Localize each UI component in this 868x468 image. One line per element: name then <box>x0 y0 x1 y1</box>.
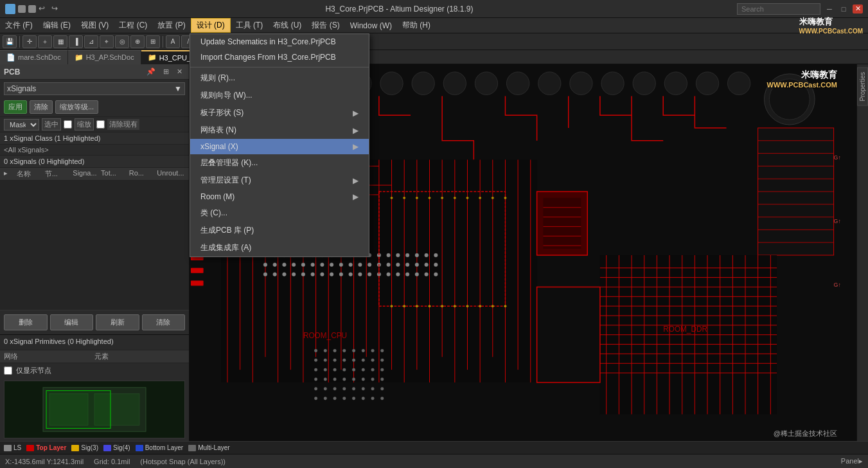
menu-edit[interactable]: 编辑 (E) <box>38 18 76 33</box>
svg-point-119 <box>396 273 400 276</box>
svg-point-165 <box>391 305 393 307</box>
menu-route[interactable]: 布线 (U) <box>268 18 306 33</box>
svg-point-85 <box>434 253 438 257</box>
svg-point-155 <box>391 197 393 199</box>
svg-point-205 <box>380 359 384 362</box>
svg-point-219 <box>362 378 365 381</box>
dm-manage-layers[interactable]: 管理层设置 (T) ▶ <box>190 172 369 189</box>
menu-view[interactable]: 视图 (V) <box>76 18 114 33</box>
minimize-button[interactable]: ─ <box>824 4 835 14</box>
svg-point-94 <box>339 263 343 267</box>
svg-point-21 <box>664 72 687 95</box>
tb-route[interactable]: ⊿ <box>84 35 98 48</box>
menu-place[interactable]: 放置 (P) <box>152 18 190 33</box>
svg-point-107 <box>282 273 286 276</box>
sidebar-close[interactable]: ✕ <box>174 67 185 76</box>
status-panel[interactable]: Panel▸ <box>841 457 863 465</box>
svg-rect-185 <box>191 268 204 273</box>
layer-top[interactable]: Top Layer <box>26 444 66 451</box>
design-menu-dropdown: Update Schematics in H3_Core.PrjPCB Impo… <box>190 33 369 257</box>
xsignal-arrow: ▶ <box>353 142 359 151</box>
dm-import-changes[interactable]: Import Changes From H3_Core.PrjPCB <box>190 50 369 68</box>
dm-class[interactable]: 类 (C)... <box>190 204 369 222</box>
clear-button[interactable]: 清除 <box>30 100 53 114</box>
properties-tab[interactable]: Properties <box>857 68 868 106</box>
menu-help[interactable]: 帮助 (H) <box>397 18 436 33</box>
dm-update-schematics[interactable]: Update Schematics in H3_Core.PrjPCB <box>190 34 369 50</box>
dm-rules-wizard[interactable]: 规则向导 (W)... <box>190 87 369 104</box>
edit-button[interactable]: 编辑 <box>50 314 94 330</box>
dm-xsignal[interactable]: xSignal (X) ▶ <box>190 139 369 154</box>
only-nodes-checkbox[interactable] <box>4 366 12 375</box>
svg-point-123 <box>434 273 438 276</box>
svg-point-13 <box>412 72 434 95</box>
menu-reports[interactable]: 报告 (S) <box>306 18 344 33</box>
dm-layer-stack[interactable]: 层叠管理器 (K)... <box>190 154 369 172</box>
svg-text:ROOM_CPU: ROOM_CPU <box>303 331 347 340</box>
tb-save[interactable]: 💾 <box>3 35 17 48</box>
tb-plus[interactable]: ＋ <box>38 35 52 48</box>
undo-icon[interactable]: ↩ <box>39 4 49 14</box>
svg-rect-5 <box>46 391 111 429</box>
sidebar-panel: PCB 📌 ⊞ ✕ xSignals ▼ 应用 清除 缩放等级... Mask … <box>0 64 190 441</box>
ph-net: 网络 <box>4 352 94 361</box>
layer-multi[interactable]: Multi-Layer <box>188 444 229 451</box>
redo-icon[interactable]: ↪ <box>51 4 62 14</box>
menu-design[interactable]: 设计 (D) <box>191 18 231 33</box>
sidebar-float[interactable]: ⊞ <box>161 67 172 76</box>
menu-window[interactable]: Window (W) <box>345 18 397 33</box>
tb-pad[interactable]: ⊕ <box>130 35 145 48</box>
tab-mare[interactable]: 📄 mare.SchDoc <box>0 50 68 64</box>
dm-rules[interactable]: 规则 (R)... <box>190 69 369 87</box>
svg-point-15 <box>475 72 497 95</box>
layer-bottom[interactable]: Bottom Layer <box>136 444 183 451</box>
svg-point-190 <box>314 349 317 352</box>
tb-chart[interactable]: ▦ <box>53 35 67 48</box>
layer-ls[interactable]: LS <box>4 444 21 451</box>
delete-button[interactable]: 删除 <box>4 314 48 330</box>
dm-netlist[interactable]: 网络表 (N) ▶ <box>190 122 369 139</box>
mask-dropdown[interactable]: Mask <box>4 119 39 130</box>
clear3-button[interactable]: 清除 <box>142 314 186 330</box>
menu-project[interactable]: 工程 (C) <box>114 18 152 33</box>
sidebar-title: PCB <box>4 68 20 76</box>
tab-h3ap[interactable]: 📁 H3_AP.SchDoc <box>68 50 141 64</box>
dm-board-shape[interactable]: 板子形状 (S) ▶ <box>190 104 369 122</box>
svg-point-228 <box>371 387 375 390</box>
apply-button[interactable]: 应用 <box>4 100 27 114</box>
maximize-button[interactable]: □ <box>838 4 849 14</box>
dm-gen-integrated[interactable]: 生成集成库 (A) <box>190 239 369 256</box>
dm-gen-pcb-lib[interactable]: 生成PCB 库 (P) <box>190 222 369 239</box>
all-xsignals-item[interactable]: <All xSignals> <box>0 145 189 156</box>
window-controls: ─ □ ✕ <box>737 3 863 15</box>
tb-bar[interactable]: ▐ <box>69 35 83 48</box>
svg-point-156 <box>403 197 405 199</box>
tb-snap[interactable]: ⌖ <box>100 35 114 48</box>
close-button[interactable]: ✕ <box>853 4 863 14</box>
select-checkbox[interactable] <box>64 120 72 129</box>
zoom-checkbox[interactable] <box>96 120 105 129</box>
layer-sig3[interactable]: Sig(3) <box>71 444 98 451</box>
layer-sig4[interactable]: Sig(4) <box>103 444 130 451</box>
room-arrow: ▶ <box>353 192 359 201</box>
search-input[interactable] <box>737 3 820 15</box>
zoom-button[interactable]: 缩放等级... <box>55 100 98 114</box>
tb-text[interactable]: A <box>166 35 180 48</box>
app-icons: ↩ ↪ <box>5 4 62 14</box>
tb-cursor[interactable]: ✛ <box>22 35 37 48</box>
menu-file[interactable]: 文件 (F) <box>0 18 38 33</box>
clear-existing: 清除现有 <box>107 119 139 130</box>
svg-point-164 <box>504 197 507 199</box>
svg-point-92 <box>320 263 324 267</box>
dm-room[interactable]: Room (M) ▶ <box>190 189 369 204</box>
svg-point-217 <box>342 378 346 381</box>
sidebar-pin[interactable]: 📌 <box>144 67 158 76</box>
menu-tools[interactable]: 工具 (T) <box>231 18 269 33</box>
refresh-button[interactable]: 刷新 <box>96 314 139 330</box>
tb-marker[interactable]: ◎ <box>115 35 129 48</box>
svg-point-201 <box>342 359 346 362</box>
minimap[interactable] <box>4 381 185 438</box>
bottom-buttons: 删除 编辑 刷新 清除 <box>0 310 189 335</box>
tb-comp[interactable]: ⊞ <box>146 35 160 48</box>
panel-dropdown[interactable]: xSignals ▼ <box>4 82 185 95</box>
